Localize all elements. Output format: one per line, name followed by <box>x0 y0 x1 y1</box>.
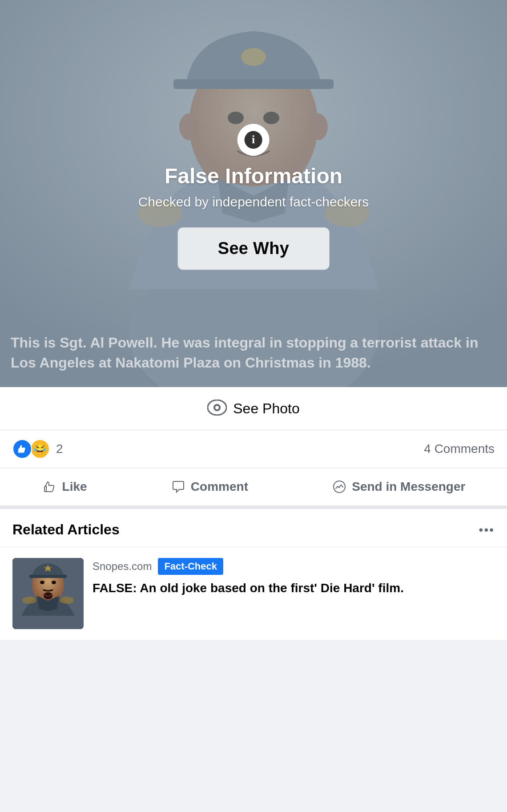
false-info-title: False Information <box>165 164 342 188</box>
fact-check-badge: Fact-Check <box>158 558 223 575</box>
svg-point-28 <box>22 597 36 604</box>
article-thumbnail <box>12 558 84 629</box>
see-photo-row[interactable]: See Photo <box>0 387 507 430</box>
article-card[interactable]: Snopes.com Fact-Check FALSE: An old joke… <box>0 547 507 640</box>
svg-rect-18 <box>18 448 20 453</box>
see-why-button[interactable]: See Why <box>178 227 329 270</box>
comment-label: Comment <box>191 480 248 494</box>
like-button[interactable]: Like <box>31 472 98 502</box>
reaction-icons: 😂 2 <box>12 439 63 459</box>
post-caption-text: This is Sgt. Al Powell. He was integral … <box>11 333 496 373</box>
info-icon: i <box>244 130 263 149</box>
post-image-wrapper: i False Information Checked by independe… <box>0 0 507 387</box>
info-icon-circle: i <box>237 124 270 156</box>
article-title: FALSE: An old joke based on the first' D… <box>93 579 495 597</box>
svg-rect-26 <box>29 575 67 578</box>
reactions-row: 😂 2 4 Comments <box>0 430 507 468</box>
post-caption-area: This is Sgt. Al Powell. He was integral … <box>0 320 507 387</box>
more-icon[interactable]: ••• <box>479 523 495 537</box>
post-container: i False Information Checked by independe… <box>0 0 507 640</box>
svg-point-29 <box>60 597 74 604</box>
like-icon <box>42 479 58 495</box>
reaction-count: 2 <box>56 442 63 456</box>
like-reaction <box>12 439 32 459</box>
comments-count: 4 Comments <box>424 442 495 456</box>
false-info-subtitle: Checked by independent fact-checkers <box>138 194 369 210</box>
comment-button[interactable]: Comment <box>160 472 259 502</box>
messenger-icon <box>331 479 347 495</box>
haha-reaction: 😂 <box>30 439 50 459</box>
svg-rect-19 <box>44 486 46 492</box>
comment-icon <box>170 479 186 495</box>
messenger-label: Send in Messenger <box>352 480 465 494</box>
eye-icon <box>207 400 227 417</box>
see-photo-label: See Photo <box>233 400 299 417</box>
related-articles-title: Related Articles <box>12 521 120 538</box>
article-source: Snopes.com <box>93 560 152 573</box>
svg-text:i: i <box>252 133 255 146</box>
action-buttons-row: Like Comment Send in Messenger <box>0 468 507 509</box>
svg-point-24 <box>40 581 44 584</box>
like-label: Like <box>62 480 87 494</box>
messenger-button[interactable]: Send in Messenger <box>321 472 476 502</box>
related-articles-header: Related Articles ••• <box>0 509 507 547</box>
article-content: Snopes.com Fact-Check FALSE: An old joke… <box>93 558 495 597</box>
svg-point-25 <box>52 581 56 584</box>
false-info-overlay: i False Information Checked by independe… <box>129 115 378 279</box>
article-source-row: Snopes.com Fact-Check <box>93 558 495 575</box>
svg-point-17 <box>215 406 219 409</box>
related-articles-section: Related Articles ••• <box>0 509 507 640</box>
